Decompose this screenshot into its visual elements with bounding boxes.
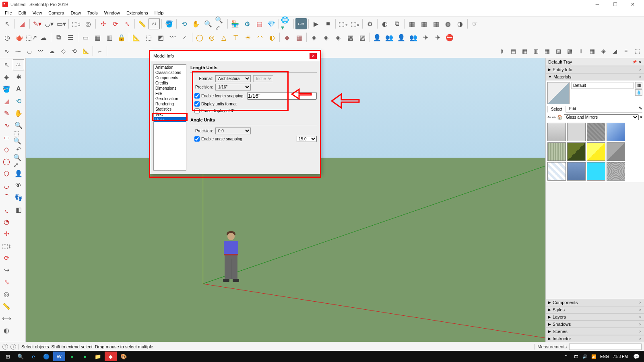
ruby-icon[interactable]: 💎: [266, 18, 277, 29]
angle-snap-select[interactable]: 15.0: [297, 136, 317, 142]
angle-precision-select[interactable]: 0.0: [215, 128, 251, 134]
light2-icon[interactable]: ◎: [206, 32, 217, 43]
diamond-icon[interactable]: ◇: [58, 46, 68, 56]
swatch[interactable]: [587, 162, 605, 181]
swatch[interactable]: [567, 142, 586, 161]
dimension-icon[interactable]: ⟷: [1, 313, 12, 324]
scene-add-icon[interactable]: ⬚₊: [337, 18, 349, 29]
zoom-tool-icon[interactable]: 🔍: [202, 18, 214, 29]
swatch[interactable]: [547, 123, 566, 141]
category-item[interactable]: Dimensions: [154, 86, 186, 91]
box-arrow-icon[interactable]: ⬚↗: [26, 32, 37, 43]
stop-icon[interactable]: ■: [322, 18, 334, 29]
section-icon[interactable]: ◧: [13, 204, 24, 215]
solid-outer-shell-icon[interactable]: ◐: [379, 18, 390, 29]
circle-icon[interactable]: ◯: [1, 156, 12, 167]
line-tool-icon[interactable]: ✎▾: [31, 18, 43, 29]
misc9-icon[interactable]: ▦: [587, 46, 597, 56]
person3-icon[interactable]: 👤: [396, 32, 407, 43]
nav-back-icon[interactable]: ⇦: [547, 115, 551, 120]
panel-materials[interactable]: ▼ Materials ×: [546, 73, 644, 80]
eyedropper2-icon[interactable]: ✎: [639, 106, 642, 112]
misc7-icon[interactable]: ▩: [564, 46, 575, 56]
panel-close-icon[interactable]: ×: [639, 74, 642, 79]
light4-icon[interactable]: ⊤: [230, 32, 242, 43]
category-item[interactable]: Rendering: [154, 101, 186, 107]
look-around-icon[interactable]: 👁: [13, 180, 24, 191]
layout-icon[interactable]: ▤: [254, 18, 265, 29]
nav-fwd-icon[interactable]: ⇨: [552, 115, 556, 120]
category-item[interactable]: Text: [154, 112, 186, 117]
light3-icon[interactable]: △: [218, 32, 229, 43]
panel-close-icon[interactable]: ×: [639, 67, 642, 72]
menu-file[interactable]: File: [2, 10, 15, 16]
precision-select[interactable]: 1/16": [215, 84, 251, 90]
cube-hidden-icon[interactable]: ◩: [155, 32, 166, 43]
spline-icon[interactable]: 〰: [35, 46, 46, 56]
panel-entity-info[interactable]: ▶ Entity Info ×: [546, 66, 644, 73]
axes-icon[interactable]: ✱: [13, 71, 24, 82]
clock-icon[interactable]: ◷: [2, 32, 13, 43]
click-tool-icon[interactable]: ☞: [469, 18, 481, 29]
whatsapp-icon[interactable]: ●: [79, 352, 91, 361]
loop-icon[interactable]: ⟲: [69, 46, 80, 56]
list-icon[interactable]: ☰: [65, 32, 76, 43]
window-icon[interactable]: ▭: [80, 32, 91, 43]
arc2-icon[interactable]: ⌒: [1, 192, 12, 203]
chrome-icon[interactable]: 🔵: [40, 352, 52, 361]
component-icon[interactable]: ◈: [1, 71, 12, 82]
panel-components[interactable]: ▶Components×: [546, 299, 644, 306]
text2-icon[interactable]: A1: [13, 59, 24, 70]
home-icon[interactable]: 🏠: [557, 115, 563, 120]
misc2-icon[interactable]: ▤: [508, 46, 518, 56]
panel-scenes[interactable]: ▶Scenes×: [546, 328, 644, 335]
clock[interactable]: 7:53 PM: [611, 354, 630, 359]
length-snap-input[interactable]: [247, 92, 317, 100]
arc-tool-icon[interactable]: ◡▾: [43, 18, 55, 29]
pie-icon[interactable]: ◔: [1, 216, 12, 227]
soften-icon[interactable]: 〰: [167, 32, 178, 43]
previous-icon[interactable]: ↶: [13, 144, 24, 155]
component1-icon[interactable]: ◈: [308, 32, 320, 43]
menu-camera[interactable]: Camera: [45, 10, 67, 16]
swatch[interactable]: [607, 162, 625, 181]
tray-close-icon[interactable]: ✕: [638, 60, 642, 64]
battery-icon[interactable]: 🗔: [573, 354, 580, 359]
offset2-icon[interactable]: ◎: [1, 288, 12, 300]
display-units-checkbox[interactable]: [194, 101, 200, 107]
misc8-icon[interactable]: ⫴: [576, 46, 586, 56]
misc13-icon[interactable]: ⬚: [632, 46, 642, 56]
eraser-tool-icon[interactable]: ◢: [17, 18, 28, 29]
volume-icon[interactable]: 🔊: [581, 354, 589, 359]
search-icon[interactable]: 🔍: [14, 352, 27, 361]
person4-icon[interactable]: 👥: [408, 32, 419, 43]
info-icon[interactable]: i: [10, 344, 16, 350]
paint-tool-icon[interactable]: 🪣: [163, 18, 175, 29]
eyedropper-icon[interactable]: 💧: [635, 89, 642, 96]
freehand-icon[interactable]: ∿: [1, 119, 12, 131]
orbit2-icon[interactable]: ⟲: [13, 95, 24, 107]
tab-select[interactable]: Select: [547, 106, 566, 113]
light5-icon[interactable]: ☀: [242, 32, 254, 43]
tab-edit[interactable]: Edit: [566, 106, 579, 112]
swatch[interactable]: [547, 162, 566, 181]
format-select[interactable]: Architectural: [215, 75, 251, 82]
style-4-icon[interactable]: ◍: [442, 18, 454, 29]
teapot-icon[interactable]: 🫖: [14, 32, 25, 43]
category-item[interactable]: Statistics: [154, 107, 186, 112]
angle-snap-checkbox[interactable]: [194, 136, 200, 142]
material-name-field[interactable]: Default: [571, 82, 634, 89]
eraser2-icon[interactable]: ◢: [1, 95, 12, 107]
component4-icon[interactable]: ▩: [345, 32, 356, 43]
maximize-button[interactable]: ☐: [606, 0, 624, 9]
start-button[interactable]: ⊞: [2, 352, 14, 361]
panel-instructor[interactable]: ▶Instructor×: [546, 335, 644, 342]
person1-icon[interactable]: 👤: [372, 32, 383, 43]
select-tool-icon[interactable]: ↖: [2, 18, 13, 29]
minimize-button[interactable]: ─: [588, 0, 606, 9]
misc1-icon[interactable]: ⟫: [497, 46, 507, 56]
menu-extensions[interactable]: Extensions: [123, 10, 151, 16]
notifications-icon[interactable]: 💬: [630, 352, 642, 361]
swatch[interactable]: [567, 162, 586, 181]
send-icon[interactable]: ✈: [420, 32, 431, 43]
